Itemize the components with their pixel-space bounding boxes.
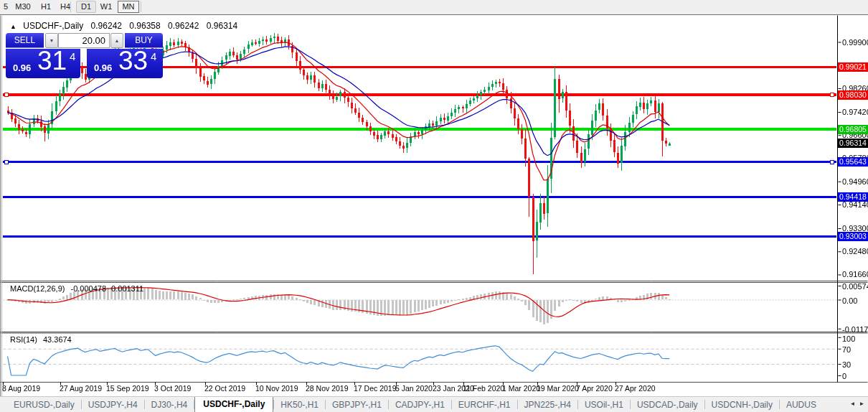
- macd-axis-label: 0.005744: [842, 282, 868, 291]
- timeframe-button-d1[interactable]: D1: [76, 1, 96, 13]
- price-level-badge: 0.96314: [838, 139, 868, 148]
- timeframe-button-w1[interactable]: W1: [97, 1, 115, 12]
- chart-tab-gbpjpy[interactable]: GBPJPY-,H1: [326, 398, 388, 412]
- symbol-title: USDCHF-,Daily: [23, 21, 83, 31]
- macd-axis-label: -0.011738: [842, 325, 868, 334]
- one-click-trading-panel: SELL ▼ ▲ BUY 0.96 31 4 0.96 33 4: [6, 33, 163, 78]
- date-axis-label: 15 Sep 2019: [106, 384, 149, 393]
- timeframe-button-m30[interactable]: M30: [11, 1, 34, 12]
- chart-tab-audus[interactable]: AUDUS: [780, 398, 823, 412]
- chart-tab-usdjpy[interactable]: USDJPY-,H4: [82, 398, 144, 412]
- date-axis-label: 5 Jan 2020: [395, 384, 433, 393]
- buy-price-prefix: 0.96: [94, 62, 112, 73]
- toolbar-separator: [70, 1, 71, 12]
- timeframe-button-h4[interactable]: H4: [57, 1, 74, 12]
- chart-tab-jpn225[interactable]: JPN225-,H4: [518, 398, 577, 412]
- timeframe-button-mn[interactable]: MN: [118, 1, 139, 13]
- price-level-badge: 0.96805: [838, 125, 868, 134]
- price-axis-tick-label: 0.94960: [842, 177, 868, 186]
- timeframe-toolbar: 5M30H1H4D1W1MN: [0, 0, 868, 15]
- price-level-badge: 0.95643: [838, 157, 868, 167]
- tab-scroll-left-icon[interactable]: ◄: [848, 398, 857, 411]
- chart-tab-usoil[interactable]: USOil-,H1: [578, 398, 630, 412]
- chart-tab-usdcnh[interactable]: USDCNH-,Daily: [705, 398, 779, 412]
- buy-price-pips: 33: [118, 46, 148, 76]
- rsi-axis-label: 70: [842, 345, 851, 354]
- date-axis-label: 28 Nov 2019: [306, 384, 349, 393]
- ohlc-open: 0.96242: [91, 21, 122, 31]
- date-axis-label: 27 Apr 2020: [615, 384, 656, 393]
- ohlc-low: 0.96242: [168, 21, 199, 31]
- price-axis-tick-label: 0.91660: [842, 270, 868, 278]
- price-level-badge: 0.94418: [838, 192, 868, 202]
- buy-price-display[interactable]: 0.96 33 4: [87, 49, 163, 78]
- buy-price-point: 4: [151, 50, 156, 62]
- sell-price-pips: 31: [37, 46, 67, 76]
- ohlc-close: 0.96314: [207, 21, 237, 31]
- trading-platform: 5M30H1H4D1W1MN ▲ USDCHF-,Daily 0.96242 0…: [0, 0, 868, 412]
- price-axis-tick-label: 0.93300: [842, 224, 868, 233]
- chart-tab-usdchf[interactable]: USDCHF-,Daily: [194, 396, 273, 412]
- price-axis-tick-label: 0.92480: [842, 247, 868, 256]
- date-axis-label: 19 Mar 2020: [537, 384, 579, 393]
- sell-price-prefix: 0.96: [13, 62, 31, 73]
- chart-tab-cadjpy[interactable]: CADJPY-,H1: [389, 398, 451, 412]
- chart-tab-usdcad[interactable]: USDCAD-,Daily: [631, 398, 704, 412]
- timeframe-button-5[interactable]: 5: [1, 1, 10, 12]
- toolbar-separator: [141, 1, 141, 12]
- date-axis-label: 8 Aug 2019: [2, 384, 40, 393]
- price-axis-tick-label: 0.94140: [842, 200, 868, 209]
- rsi-axis-label: 30: [842, 360, 851, 369]
- date-axis-label: 22 Oct 2019: [204, 384, 245, 393]
- chart-tab-bar: EURUSD-,DailyUSDJPY-,H4DJ30-,H4USDCHF-,D…: [0, 396, 868, 412]
- macd-indicator-label: MACD(12,26,9) -0.000478 0.001311: [10, 284, 143, 293]
- sell-price-point: 4: [70, 50, 75, 62]
- chart-tab-eurchf[interactable]: EURCHF-,H1: [452, 398, 517, 412]
- timeframe-button-h1[interactable]: H1: [37, 1, 55, 12]
- rsi-indicator-label: RSI(14) 43.3674: [10, 335, 72, 344]
- collapse-panel-icon[interactable]: ▲: [10, 23, 16, 30]
- macd-axis-label: 0.00: [842, 296, 857, 305]
- date-axis-label: 1 Mar 2020: [502, 384, 540, 393]
- price-level-badge: 0.98030: [838, 90, 868, 100]
- date-axis-label: 11 Feb 2020: [463, 384, 504, 393]
- chart-tab-eurusd[interactable]: EURUSD-,Daily: [7, 398, 81, 412]
- date-axis-label: 27 Aug 2019: [60, 384, 102, 393]
- tab-scroll-arrows: ◄ ►: [848, 398, 867, 411]
- price-axis-tick-label: 0.97420: [842, 108, 868, 116]
- rsi-axis-label: 100: [842, 334, 855, 343]
- date-axis-label: 10 Nov 2019: [255, 384, 298, 393]
- ohlc-high: 0.96358: [129, 21, 160, 31]
- date-axis-label: 3 Oct 2019: [154, 384, 191, 393]
- price-level-badge: 0.93003: [838, 232, 868, 241]
- rsi-axis-label: 0: [842, 372, 846, 380]
- chart-tab-dj30[interactable]: DJ30-,H4: [145, 398, 194, 412]
- price-axis-tick-label: 0.99900: [842, 38, 868, 47]
- chart-tab-hk50[interactable]: HK50-,H1: [274, 398, 325, 412]
- chart-window: ▲ USDCHF-,Daily 0.96242 0.96358 0.96242 …: [0, 14, 868, 396]
- chart-ohlc-header: ▲ USDCHF-,Daily 0.96242 0.96358 0.96242 …: [10, 21, 237, 31]
- price-level-badge: 0.99021: [838, 62, 868, 72]
- date-axis-label: 7 Apr 2020: [576, 384, 613, 393]
- tab-scroll-right-icon[interactable]: ►: [857, 398, 867, 411]
- date-axis-label: 17 Dec 2019: [354, 384, 397, 393]
- sell-price-display[interactable]: 0.96 31 4: [6, 49, 80, 78]
